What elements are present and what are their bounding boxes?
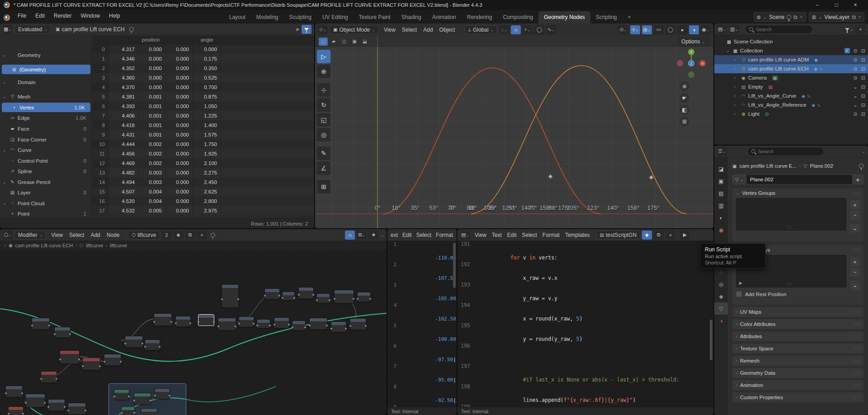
gizmo-y-positive[interactable]: Y: [688, 49, 694, 55]
specials-dropdown[interactable]: ⌄: [850, 224, 860, 233]
collapsed-panel[interactable]: › Texture Space ::::: [732, 344, 863, 354]
collapsed-panel[interactable]: › Remesh ::::: [732, 356, 863, 366]
chevron-down-icon[interactable]: ⌄: [862, 149, 865, 154]
node-header[interactable]: [257, 320, 270, 323]
panel-grip[interactable]: ::::: [854, 383, 860, 387]
breadcrumb-object[interactable]: cam profile Lift curve ECH: [15, 243, 73, 248]
expand-arrow[interactable]: ›: [734, 75, 739, 80]
navigation-gizmo[interactable]: Y X Z: [677, 49, 706, 78]
code-line[interactable]: 3 -105.00|0.22: [387, 282, 457, 302]
panel-grip[interactable]: ::::: [854, 358, 860, 363]
node[interactable]: [298, 287, 314, 299]
node[interactable]: [141, 408, 157, 415]
snap-target-icon[interactable]: ◌⌄: [499, 25, 509, 34]
expand-arrow[interactable]: ⌄: [3, 180, 7, 184]
shading-rendered-icon[interactable]: ◉⌄: [701, 25, 711, 34]
node[interactable]: [125, 336, 143, 348]
falloff-icon[interactable]: ∿⌄: [546, 25, 556, 34]
shading-solid-icon[interactable]: ●: [677, 25, 687, 34]
select-mode-button[interactable]: ◫: [340, 38, 349, 46]
tool-button[interactable]: ⊕: [317, 65, 330, 78]
window-control-button[interactable]: □: [827, 0, 845, 9]
table-row[interactable]: 4 4.370 0.000 0.000 0.700: [93, 82, 314, 92]
menu-item[interactable]: Edit: [31, 11, 49, 21]
hide-viewport-icon[interactable]: ⊙: [854, 111, 858, 117]
panel-grip[interactable]: ::::: [854, 371, 860, 375]
menu-item[interactable]: Edit: [400, 231, 414, 240]
code-line[interactable]: 8 -92.50|2.13: [387, 383, 457, 404]
node[interactable]: [239, 316, 254, 327]
hide-viewport-icon[interactable]: ⊙: [854, 66, 858, 72]
table-row[interactable]: 8 4.418 0.001 0.000 1.400: [93, 120, 314, 130]
expand-arrow[interactable]: ⌄: [3, 53, 7, 57]
code-line[interactable]: 1 -110.00|0.01: [387, 241, 457, 261]
ortho-grid-icon[interactable]: ⊞: [679, 117, 689, 127]
object-name[interactable]: Empty: [748, 84, 763, 90]
node-header[interactable]: [9, 407, 23, 410]
spreadsheet-sidebar-item[interactable]: ▤ Layer 0: [0, 188, 92, 197]
chevron-down-icon[interactable]: ⌄: [380, 233, 384, 237]
add-button[interactable]: ＋: [850, 257, 860, 266]
overlay-icon[interactable]: ⧉⌄: [357, 231, 367, 240]
object-visibility-icon[interactable]: ⊙⌄: [618, 25, 628, 34]
disable-render-icon[interactable]: ⊡: [861, 48, 865, 54]
editor-type-icon[interactable]: ☰⌄: [717, 147, 727, 156]
properties-tab[interactable]: ▣: [714, 175, 728, 187]
node[interactable]: [8, 406, 24, 415]
object-name[interactable]: Camera: [748, 75, 767, 80]
menu-item[interactable]: Edit: [505, 231, 519, 240]
node[interactable]: [68, 403, 86, 415]
menu-item[interactable]: Help: [105, 11, 124, 21]
shading-material-icon[interactable]: ◑: [689, 25, 699, 34]
node-header[interactable]: [358, 292, 370, 296]
node[interactable]: [82, 358, 100, 370]
disable-render-icon[interactable]: ⊡: [861, 102, 865, 108]
expand-arrow[interactable]: ›: [734, 66, 739, 71]
scrollbar[interactable]: [710, 320, 712, 360]
panel-grip[interactable]: ::::: [854, 322, 860, 326]
table-row[interactable]: 5 4.381 0.001 0.000 0.875: [93, 92, 314, 101]
table-row[interactable]: 15 4.507 0.004 0.000 2.625: [93, 187, 314, 196]
node[interactable]: [334, 290, 354, 303]
workspace-tab[interactable]: Compositing: [497, 11, 538, 24]
expand-arrow[interactable]: ›: [5, 67, 9, 72]
select-mode-button[interactable]: ⬓: [360, 38, 369, 46]
node-header[interactable]: [265, 289, 279, 292]
tool-button[interactable]: ◱: [317, 113, 330, 127]
node-header[interactable]: [134, 393, 151, 396]
node[interactable]: [32, 318, 50, 330]
spreadsheet-sidebar-item[interactable]: ▪ Vertex 1.0K: [2, 103, 90, 112]
node[interactable]: [257, 319, 270, 328]
workspace-tab[interactable]: Animation: [427, 11, 462, 24]
workspace-tab[interactable]: Sculpting: [284, 11, 317, 24]
workspace-tab[interactable]: Texture Paint: [354, 11, 396, 24]
table-row[interactable]: 9 4.431 0.001 0.000 1.575: [93, 130, 314, 139]
panel-title[interactable]: UV Maps: [740, 309, 761, 315]
node[interactable]: [121, 406, 135, 415]
node-header[interactable]: [104, 354, 121, 358]
object-name[interactable]: cam profile Lift curve ADM: [748, 57, 809, 62]
node-header[interactable]: [331, 322, 346, 325]
expand-arrow[interactable]: ⌄: [3, 148, 7, 152]
spreadsheet-sidebar-item[interactable]: ◦ Control Point 0: [0, 156, 92, 165]
node-header[interactable]: [239, 317, 254, 320]
node-header[interactable]: [55, 327, 70, 330]
table-row[interactable]: 17 4.532 0.005 0.000 2.975: [93, 206, 314, 215]
disable-render-icon[interactable]: ⊡: [861, 84, 865, 90]
node-header[interactable]: [317, 294, 330, 297]
search-input[interactable]: [758, 149, 820, 154]
gizmo-z-axis[interactable]: Z: [688, 60, 694, 66]
node[interactable]: [350, 318, 366, 330]
new-copy-icon[interactable]: ⧉: [185, 231, 195, 240]
menu-item[interactable]: Select: [66, 231, 87, 240]
node-header[interactable]: [83, 358, 100, 361]
code-line[interactable]: 5 -100.00|0.77: [387, 322, 457, 343]
hide-viewport-icon[interactable]: ⊙: [854, 57, 858, 63]
vertex-groups-list[interactable]: ::::: [736, 198, 846, 231]
menu-item[interactable]: Render: [50, 11, 75, 21]
hide-viewport-icon[interactable]: ⌄: [854, 84, 858, 90]
table-row[interactable]: 6 4.393 0.001 0.000 1.050: [93, 101, 314, 111]
dataset-dropdown[interactable]: Evaluated⌄: [14, 25, 51, 34]
spreadsheet-sidebar-item[interactable]: ▱ Edge 1.0K: [0, 113, 92, 123]
menu-item[interactable]: File: [14, 11, 30, 21]
